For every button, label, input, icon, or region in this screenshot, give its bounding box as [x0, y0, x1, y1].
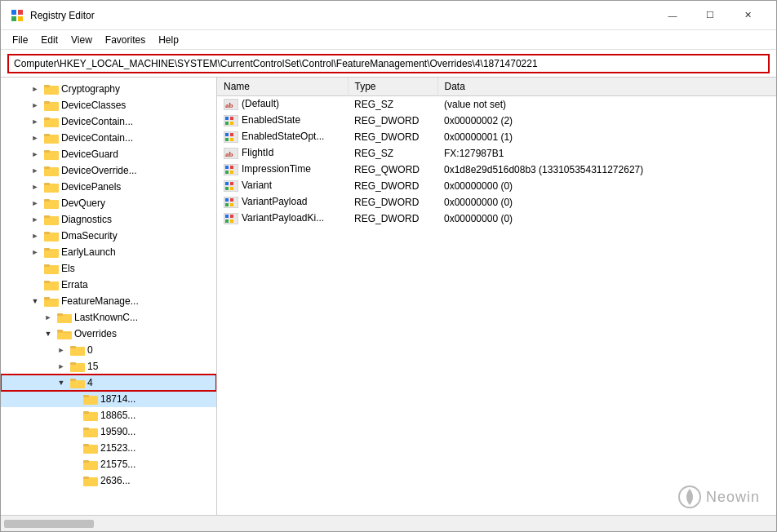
grid-icon	[224, 213, 238, 224]
tree-item-featuremanage[interactable]: ▼ FeatureManage...	[1, 293, 216, 309]
tree-item-devicepanels[interactable]: ► DevicePanels	[1, 179, 216, 195]
tree-item-earlylaunch[interactable]: ► EarlyLaunch	[1, 244, 216, 260]
tree-item-devquery[interactable]: ► DevQuery	[1, 195, 216, 211]
tree-item-reg4[interactable]: ► 21523...	[1, 440, 216, 456]
tree-item-overrides[interactable]: ▼ Overrides	[1, 326, 216, 342]
maximize-button[interactable]: ☐	[691, 4, 729, 27]
col-header-data[interactable]: Data	[437, 78, 776, 96]
menu-help[interactable]: Help	[152, 33, 185, 47]
tree-arrow-lastknownc[interactable]: ►	[42, 311, 55, 324]
horizontal-scrollbar[interactable]	[4, 520, 94, 528]
tree-label-dmasecurity: DmaSecurity	[61, 230, 118, 242]
table-row[interactable]: ab(Default)REG_SZ(value not set)	[217, 96, 776, 113]
cell-name: VariantPayload	[217, 194, 348, 211]
table-row[interactable]: ImpressionTimeREG_QWORD0x1d8e29d516d08b3…	[217, 162, 776, 178]
tree-label-deviceoverride: DeviceOverride...	[61, 165, 137, 176]
cell-name-text: EnabledStateOpt...	[242, 131, 324, 142]
tree-item-errata[interactable]: ► Errata	[1, 277, 216, 293]
svg-rect-61	[230, 117, 233, 120]
tree-item-lastknownc[interactable]: ► LastKnownC...	[1, 309, 216, 326]
tree-arrow-cryptography[interactable]: ►	[29, 82, 42, 95]
address-input[interactable]	[7, 54, 770, 73]
table-row[interactable]: VariantPayloadKi...REG_DWORD0x00000000 (…	[217, 211, 776, 227]
tree-item-reg1[interactable]: ► 18714...	[1, 391, 216, 407]
tree-item-els[interactable]: ► Els	[1, 260, 216, 277]
tree-label-earlylaunch: EarlyLaunch	[61, 246, 116, 258]
tree-arrow-earlylaunch[interactable]: ►	[29, 246, 42, 259]
tree-arrow-zero[interactable]: ►	[55, 344, 68, 357]
tree-item-dmasecurity[interactable]: ► DmaSecurity	[1, 228, 216, 244]
menu-favorites[interactable]: Favorites	[99, 33, 152, 47]
tree-item-reg2[interactable]: ► 18865...	[1, 407, 216, 423]
tree-arrow-overrides[interactable]: ▼	[42, 327, 55, 340]
menu-edit[interactable]: Edit	[34, 33, 64, 47]
tree-arrow-devicecontain2[interactable]: ►	[29, 131, 42, 144]
tree-arrow-devicecontain1[interactable]: ►	[29, 115, 42, 128]
tree-label-diagnostics: Diagnostics	[61, 214, 112, 225]
tree-item-devicecontain1[interactable]: ► DeviceContain...	[1, 113, 216, 130]
svg-rect-78	[230, 182, 233, 185]
tree-arrow-devicepanels[interactable]: ►	[29, 180, 42, 193]
grid-icon	[224, 131, 238, 143]
svg-rect-85	[230, 203, 233, 206]
tree-arrow-featuremanage[interactable]: ▼	[29, 295, 42, 308]
folder-icon-reg3	[83, 426, 98, 437]
svg-rect-87	[225, 215, 229, 218]
tree-item-devicecontain2[interactable]: ► DeviceContain...	[1, 130, 216, 146]
tree-item-four[interactable]: ▼ 4	[1, 375, 216, 391]
col-header-type[interactable]: Type	[348, 78, 437, 96]
svg-rect-8	[44, 101, 50, 104]
folder-icon-errata	[44, 279, 59, 290]
folder-icon-reg6	[83, 475, 98, 486]
cell-name: EnabledState	[217, 113, 348, 129]
tree-panel[interactable]: ► Cryptography ► DeviceClasses ►	[1, 78, 217, 515]
tree-item-deviceoverride[interactable]: ► DeviceOverride...	[1, 162, 216, 179]
tree-item-zero[interactable]: ► 0	[1, 342, 216, 358]
tree-arrow-diagnostics[interactable]: ►	[29, 213, 42, 226]
tree-item-reg6[interactable]: ► 2636...	[1, 472, 216, 489]
tree-arrow-devquery[interactable]: ►	[29, 197, 42, 210]
svg-rect-88	[230, 215, 233, 218]
col-header-name[interactable]: Name	[217, 78, 348, 96]
tree-item-deviceguard[interactable]: ► DeviceGuard	[1, 146, 216, 162]
close-button[interactable]: ✕	[729, 4, 766, 27]
table-row[interactable]: VariantPayloadREG_DWORD0x00000000 (0)	[217, 194, 776, 211]
svg-rect-37	[57, 330, 63, 332]
cell-name: VariantPayloadKi...	[217, 211, 348, 227]
tree-arrow-dmasecurity[interactable]: ►	[29, 229, 42, 242]
svg-rect-38	[58, 332, 71, 333]
tree-label-lastknownc: LastKnownC...	[74, 312, 138, 323]
tree-item-cryptography[interactable]: ► Cryptography	[1, 81, 216, 97]
minimize-button[interactable]: —	[654, 4, 691, 27]
tree-item-fifteen[interactable]: ► 15	[1, 358, 216, 375]
folder-icon-earlylaunch	[44, 246, 59, 258]
table-row[interactable]: VariantREG_DWORD0x00000000 (0)	[217, 178, 776, 194]
svg-rect-32	[44, 297, 50, 299]
tree-arrow-deviceclasses[interactable]: ►	[29, 99, 42, 112]
tree-item-reg5[interactable]: ► 21575...	[1, 456, 216, 472]
cell-type: REG_SZ	[348, 96, 437, 113]
tree-item-diagnostics[interactable]: ► Diagnostics	[1, 211, 216, 228]
tree-arrow-four[interactable]: ▼	[55, 376, 68, 389]
cell-data: 0x00000002 (2)	[437, 113, 776, 129]
menu-file[interactable]: File	[6, 33, 34, 47]
tree-item-deviceclasses[interactable]: ► DeviceClasses	[1, 97, 216, 113]
svg-rect-0	[11, 10, 16, 15]
tree-arrow-fifteen[interactable]: ►	[55, 360, 68, 373]
grid-icon	[224, 180, 238, 192]
cell-name-text: EnabledState	[242, 114, 300, 126]
svg-text:ab: ab	[225, 101, 233, 109]
tree-arrow-deviceguard[interactable]: ►	[29, 148, 42, 161]
svg-rect-50	[83, 428, 89, 430]
folder-icon-reg1	[83, 393, 98, 405]
menu-view[interactable]: View	[64, 33, 99, 47]
folder-icon-overrides	[57, 328, 72, 339]
table-row[interactable]: EnabledStateOpt...REG_DWORD0x00000001 (1…	[217, 129, 776, 145]
svg-rect-60	[225, 117, 229, 120]
svg-rect-44	[70, 379, 76, 381]
tree-arrow-deviceoverride[interactable]: ►	[29, 164, 42, 177]
table-row[interactable]: abFlightIdREG_SZFX:127987B1	[217, 145, 776, 162]
tree-item-reg3[interactable]: ► 19590...	[1, 423, 216, 440]
table-row[interactable]: EnabledStateREG_DWORD0x00000002 (2)	[217, 113, 776, 129]
svg-rect-12	[44, 134, 50, 136]
